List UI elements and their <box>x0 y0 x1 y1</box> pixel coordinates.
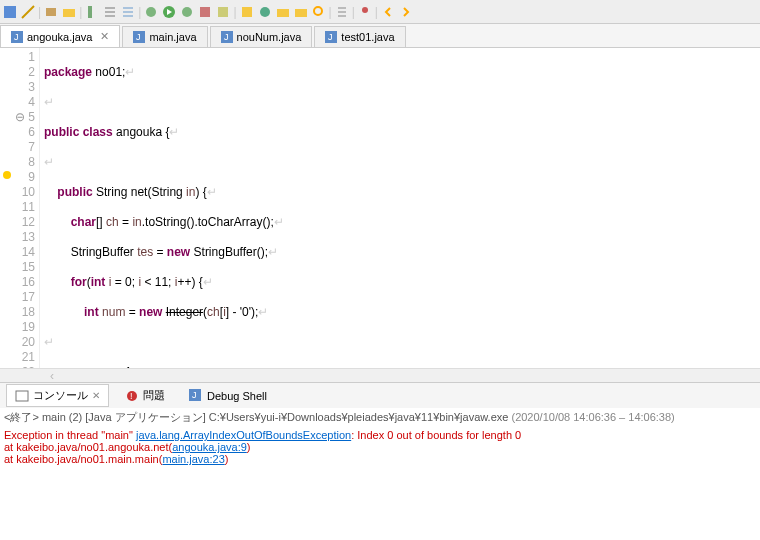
code-line: int num = new Integer(ch[i] - '0');↵ <box>44 305 756 320</box>
line-num: 1 <box>0 50 35 65</box>
console-line: at kakeibo.java/no01.angouka.net(angouka… <box>4 441 756 453</box>
line-num: 10 <box>0 185 35 200</box>
svg-rect-0 <box>4 6 16 18</box>
outline-icon[interactable] <box>334 4 350 20</box>
open2-icon[interactable] <box>293 4 309 20</box>
line-num: 13 <box>0 230 35 245</box>
svg-point-14 <box>362 7 368 13</box>
line-num: 9 <box>0 170 35 185</box>
tab-main[interactable]: Jmain.java <box>122 26 207 47</box>
code-line: num -= 1;↵ <box>44 365 756 368</box>
svg-rect-3 <box>88 6 92 18</box>
line-num: ⊖ 5 <box>0 110 35 125</box>
tab-angouka[interactable]: Jangouka.java✕ <box>0 25 120 47</box>
line-num: 19 <box>0 320 35 335</box>
source-link[interactable]: main.java:23 <box>162 453 224 465</box>
svg-rect-1 <box>46 8 56 16</box>
code-line: char[] ch = in.toString().toCharArray();… <box>44 215 756 230</box>
line-num: 16 <box>0 275 35 290</box>
code-area[interactable]: package no01;↵ ↵ public class angouka {↵… <box>40 48 760 368</box>
fwd-icon[interactable] <box>398 4 414 20</box>
console-header: <終了> main (2) [Java アプリケーション] C:¥Users¥y… <box>0 408 760 427</box>
close-icon[interactable]: ✕ <box>100 30 109 43</box>
editor-tabs: Jangouka.java✕ Jmain.java JnouNum.java J… <box>0 24 760 48</box>
ext2-icon[interactable] <box>215 4 231 20</box>
svg-rect-11 <box>277 9 289 17</box>
ext-icon[interactable] <box>197 4 213 20</box>
svg-rect-7 <box>200 7 210 17</box>
line-num: 8 <box>0 155 35 170</box>
console-line: at kakeibo.java/no01.main.main(main.java… <box>4 453 756 465</box>
line-num: 6 <box>0 125 35 140</box>
tab-console[interactable]: コンソール✕ <box>6 384 109 407</box>
tab-label: nouNum.java <box>237 31 302 43</box>
back-icon[interactable] <box>380 4 396 20</box>
svg-point-23 <box>3 171 11 179</box>
tab-debug-shell[interactable]: JDebug Shell <box>181 386 275 406</box>
code-line: ↵ <box>44 95 756 110</box>
new-icon[interactable] <box>239 4 255 20</box>
code-line: StringBuffer tes = new StringBuffer();↵ <box>44 245 756 260</box>
exception-link[interactable]: java.lang.ArrayIndexOutOfBoundsException <box>136 429 351 441</box>
svg-point-4 <box>146 7 156 17</box>
tab-label: コンソール <box>33 388 88 403</box>
folder-icon[interactable] <box>61 4 77 20</box>
problems-icon: ! <box>125 389 139 403</box>
tab-label: 問題 <box>143 388 165 403</box>
code-line: package no01;↵ <box>44 65 756 80</box>
save-icon[interactable] <box>2 4 18 20</box>
java-icon: J <box>133 31 145 43</box>
toggle-icon[interactable] <box>84 4 100 20</box>
line-num: 18 <box>0 305 35 320</box>
svg-point-13 <box>314 7 322 15</box>
svg-text:!: ! <box>130 391 133 401</box>
svg-point-10 <box>260 7 270 17</box>
tab-label: test01.java <box>341 31 394 43</box>
svg-point-6 <box>182 7 192 17</box>
package-icon[interactable] <box>43 4 59 20</box>
svg-text:J: J <box>192 390 197 400</box>
code-line: ↵ <box>44 335 756 350</box>
line-num: 4 <box>0 95 35 110</box>
main-toolbar: | | | | | | | <box>0 0 760 24</box>
line-num: 2 <box>0 65 35 80</box>
svg-rect-8 <box>218 7 228 17</box>
tab-problems[interactable]: !問題 <box>117 385 173 406</box>
line-num: 21 <box>0 350 35 365</box>
console-output: Exception in thread "main" java.lang.Arr… <box>0 427 760 467</box>
tab-label: Debug Shell <box>207 390 267 402</box>
wand-icon[interactable] <box>20 4 36 20</box>
svg-rect-2 <box>63 9 75 17</box>
tab-label: angouka.java <box>27 31 92 43</box>
list-icon[interactable] <box>102 4 118 20</box>
tab-label: main.java <box>149 31 196 43</box>
code-editor[interactable]: 1 2 3 4 ⊖ 5 6 7 8 9 10 11 12 13 14 15 16… <box>0 48 760 368</box>
java-icon: J <box>325 31 337 43</box>
indent-icon[interactable] <box>120 4 136 20</box>
svg-text:J: J <box>224 32 229 42</box>
line-num: 17 <box>0 290 35 305</box>
coverage-icon[interactable] <box>179 4 195 20</box>
svg-rect-12 <box>295 9 307 17</box>
h-scrollbar[interactable]: ‹ <box>0 368 760 382</box>
console-view: <終了> main (2) [Java アプリケーション] C:¥Users¥y… <box>0 408 760 540</box>
line-num: 15 <box>0 260 35 275</box>
open-icon[interactable] <box>275 4 291 20</box>
debug-icon[interactable] <box>143 4 159 20</box>
close-icon[interactable]: ✕ <box>92 390 100 401</box>
source-link[interactable]: angouka.java:9 <box>172 441 247 453</box>
line-num: 20 <box>0 335 35 350</box>
warning-icon <box>2 170 12 180</box>
code-line: for(int i = 0; i < 11; i++) {↵ <box>44 275 756 290</box>
bottom-tabs: コンソール✕ !問題 JDebug Shell <box>0 382 760 408</box>
pin-icon[interactable] <box>357 4 373 20</box>
search-icon[interactable] <box>311 4 327 20</box>
line-num: 3 <box>0 80 35 95</box>
run-icon[interactable] <box>161 4 177 20</box>
new-class-icon[interactable] <box>257 4 273 20</box>
code-line: ↵ <box>44 155 756 170</box>
svg-text:J: J <box>328 32 333 42</box>
line-num: 11 <box>0 200 35 215</box>
tab-test01[interactable]: Jtest01.java <box>314 26 405 47</box>
tab-nouNum[interactable]: JnouNum.java <box>210 26 313 47</box>
